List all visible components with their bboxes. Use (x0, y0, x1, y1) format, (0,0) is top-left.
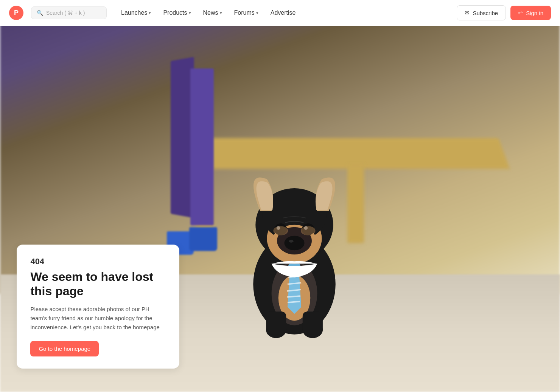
news-chevron-icon: ▾ (220, 11, 222, 15)
nav-products-label: Products (163, 9, 187, 16)
svg-point-8 (284, 236, 304, 251)
nav-products[interactable]: Products ▾ (158, 6, 196, 19)
logo[interactable]: P (9, 6, 23, 20)
svg-point-14 (273, 226, 288, 236)
launches-chevron-icon: ▾ (149, 11, 151, 15)
shoe-right (189, 227, 218, 251)
subscribe-label: Subscribe (473, 10, 498, 16)
nav-news[interactable]: News ▾ (198, 6, 227, 19)
subscribe-icon: ✉ (465, 9, 470, 16)
background-person (157, 59, 224, 255)
svg-rect-18 (266, 312, 286, 335)
go-to-homepage-label: Go to the homepage (39, 346, 90, 352)
search-icon: 🔍 (37, 10, 43, 16)
nav-right: ✉ Subscribe ↩ Sign in (457, 5, 551, 20)
svg-point-9 (289, 240, 294, 243)
dog-svg (222, 133, 366, 353)
nav-launches[interactable]: Launches ▾ (116, 6, 156, 19)
nav-advertise[interactable]: Advertise (265, 6, 301, 19)
nav-forums[interactable]: Forums ▾ (229, 6, 264, 19)
nav-forums-label: Forums (234, 9, 255, 16)
forums-chevron-icon: ▾ (256, 11, 258, 15)
error-title: We seem to have lost this page (30, 270, 166, 299)
search-placeholder: Search ( ⌘ + k ) (46, 10, 85, 16)
svg-line-25 (288, 302, 300, 302)
error-description: Please accept these adorable photos of o… (30, 305, 166, 332)
search-box[interactable]: 🔍 Search ( ⌘ + k ) (31, 6, 107, 19)
products-chevron-icon: ▾ (189, 11, 191, 15)
nav-advertise-label: Advertise (271, 9, 296, 16)
navbar: P 🔍 Search ( ⌘ + k ) Launches ▾ Products… (0, 0, 560, 26)
svg-point-15 (301, 226, 316, 236)
signin-icon: ↩ (518, 9, 523, 16)
svg-line-24 (287, 296, 300, 297)
dog-image (222, 133, 366, 353)
error-code: 404 (30, 257, 166, 266)
logo-container[interactable]: P (9, 6, 23, 20)
go-to-homepage-button[interactable]: Go to the homepage (30, 341, 99, 356)
error-card: 404 We seem to have lost this page Pleas… (17, 245, 179, 369)
signin-button[interactable]: ↩ Sign in (510, 6, 551, 20)
svg-rect-19 (303, 312, 323, 335)
logo-letter: P (14, 9, 19, 17)
nav-news-label: News (203, 9, 218, 16)
leg-right (190, 68, 214, 225)
nav-launches-label: Launches (121, 9, 147, 16)
signin-label: Sign in (526, 10, 543, 16)
subscribe-button[interactable]: ✉ Subscribe (457, 5, 506, 20)
nav-links: Launches ▾ Products ▾ News ▾ Forums ▾ Ad… (116, 6, 454, 19)
